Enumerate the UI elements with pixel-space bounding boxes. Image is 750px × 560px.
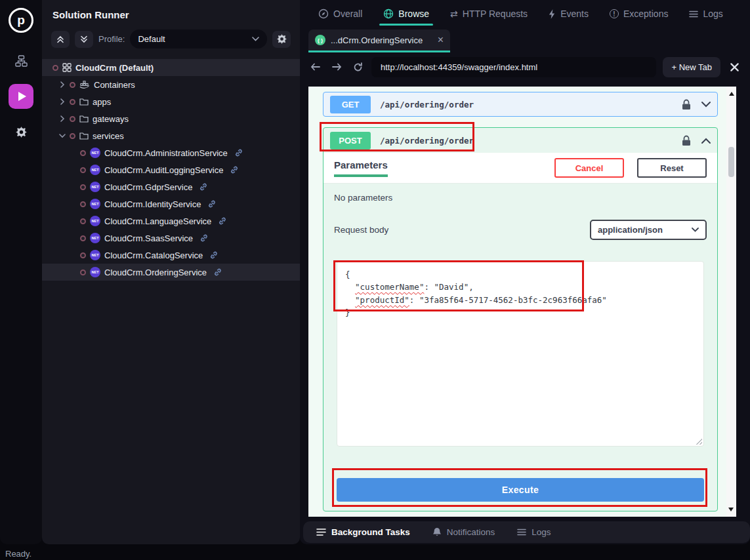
tree-item-service[interactable]: NET CloudCrm.GdprService <box>42 178 300 195</box>
tree-item-service[interactable]: NET CloudCrm.LanguageService <box>42 212 300 230</box>
tab-browse[interactable]: Browse <box>383 9 429 19</box>
profile-select[interactable]: Default <box>130 30 267 49</box>
tree-item-service[interactable]: NET CloudCrm.AdministrationService <box>42 144 300 161</box>
settings-nav-button[interactable] <box>9 119 33 144</box>
app-rail: p <box>0 0 42 544</box>
profile-settings-button[interactable] <box>272 31 291 48</box>
globe-icon <box>383 9 394 19</box>
link-icon[interactable] <box>230 165 239 174</box>
scroll-up-icon[interactable] <box>729 89 734 96</box>
tree-item-service-selected[interactable]: NET CloudCrm.OrderingService <box>42 264 300 281</box>
sidebar-title: Solution Runner <box>42 0 300 20</box>
link-icon[interactable] <box>213 268 222 277</box>
link-icon[interactable] <box>209 250 219 260</box>
dotnet-icon: NET <box>90 148 100 158</box>
tab-logs[interactable]: Logs <box>689 9 722 19</box>
solution-tree-nav-button[interactable] <box>9 49 33 73</box>
post-path: /api/ordering/order <box>380 136 682 146</box>
tab-exceptions[interactable]: ! Exceptions <box>610 9 668 19</box>
chevron-down-icon[interactable] <box>701 102 711 108</box>
status-dot-icon <box>80 150 86 156</box>
cancel-button[interactable]: Cancel <box>554 158 624 178</box>
opblock-get-order[interactable]: GET /api/ordering/order <box>323 92 718 117</box>
browser-tab-orderingservice[interactable]: { } ...dCrm.OrderingService × <box>308 30 450 52</box>
new-tab-button[interactable]: + New Tab <box>663 57 720 77</box>
back-button[interactable] <box>308 62 323 71</box>
status-dot-icon <box>80 270 86 275</box>
main-panel: Overall Browse ⇄ HTTP Requests Events ! … <box>300 0 750 544</box>
tree-item-apps[interactable]: apps <box>42 93 300 110</box>
get-path: /api/ordering/order <box>380 100 682 110</box>
url-input[interactable]: http://localhost:44359/swagger/index.htm… <box>371 57 656 77</box>
collapse-all-button[interactable] <box>51 31 70 48</box>
opblock-post-header[interactable]: POST /api/ordering/order <box>323 128 717 153</box>
dotnet-icon: NET <box>90 216 100 226</box>
lines-icon <box>517 529 526 536</box>
link-icon[interactable] <box>234 148 243 157</box>
chevron-right-icon <box>59 98 66 105</box>
profile-row: Profile: Default <box>42 30 300 49</box>
folder-icon <box>79 132 89 140</box>
status-dot-icon <box>70 133 75 139</box>
lock-icon[interactable] <box>682 135 691 146</box>
tree-item-gateways[interactable]: gateways <box>42 110 300 127</box>
chevron-down-icon <box>59 132 66 139</box>
background-tasks-button[interactable]: Background Tasks <box>316 527 410 537</box>
compass-icon <box>318 9 329 19</box>
app-grid-icon <box>62 63 72 72</box>
tree-item-service[interactable]: NET CloudCrm.AuditLoggingService <box>42 161 300 178</box>
bottom-bar: Background Tasks Notifications Logs <box>303 521 750 543</box>
execute-row: Execute <box>323 447 717 503</box>
parameters-title: Parameters <box>334 159 388 177</box>
execute-button[interactable]: Execute <box>337 478 704 502</box>
dotnet-icon: NET <box>90 233 100 243</box>
refresh-button[interactable] <box>350 62 365 72</box>
link-icon[interactable] <box>199 182 208 191</box>
scrollbar-thumb[interactable] <box>728 147 734 177</box>
tree-item-cloudcrm-root[interactable]: CloudCrm (Default) <box>42 59 300 76</box>
status-dot-icon <box>80 201 86 207</box>
runner-nav-button[interactable] <box>9 84 33 109</box>
sidebar: Solution Runner Profile: Default <box>42 0 300 544</box>
status-dot-icon <box>80 184 86 190</box>
chevrons-up-icon <box>56 35 64 43</box>
link-icon[interactable] <box>199 233 209 243</box>
scrollbar[interactable] <box>726 87 736 517</box>
status-dot-icon <box>80 235 86 241</box>
get-method-badge: GET <box>330 96 371 113</box>
folder-icon <box>79 115 89 123</box>
tree-item-service[interactable]: NET CloudCrm.CatalogService <box>42 247 300 264</box>
tree-item-containers[interactable]: Containers <box>42 76 300 93</box>
tree-item-service[interactable]: NET CloudCrm.SaasService <box>42 230 300 247</box>
swagger-page: GET /api/ordering/order POST /api/orderi… <box>308 87 726 517</box>
forward-button[interactable] <box>329 62 344 71</box>
browser-tab-title: ...dCrm.OrderingService <box>331 35 432 45</box>
close-tab-icon[interactable]: × <box>438 35 444 45</box>
content-type-select[interactable]: application/json <box>590 220 707 240</box>
request-body-row: Request body application/json <box>323 213 717 247</box>
logs-button[interactable]: Logs <box>517 527 551 537</box>
tree-item-service[interactable]: NET CloudCrm.IdentityService <box>42 195 300 212</box>
lock-icon[interactable] <box>682 99 691 110</box>
folder-icon <box>79 98 89 106</box>
tree-item-services[interactable]: services <box>42 127 300 144</box>
play-icon <box>18 92 26 101</box>
tab-overall[interactable]: Overall <box>318 9 362 19</box>
gear-icon <box>16 127 27 138</box>
status-dot-icon <box>80 218 86 224</box>
request-body-editor[interactable]: { "customerName": "David", "productId": … <box>337 261 704 447</box>
expand-all-button[interactable] <box>75 31 93 48</box>
dotnet-icon: NET <box>90 182 100 192</box>
scroll-down-icon[interactable] <box>728 508 734 514</box>
tab-events[interactable]: Events <box>549 9 589 19</box>
dotnet-icon: NET <box>90 267 100 277</box>
link-icon[interactable] <box>218 216 227 226</box>
tab-http-requests[interactable]: ⇄ HTTP Requests <box>450 9 528 19</box>
chevron-down-icon <box>252 37 259 41</box>
arrows-swap-icon: ⇄ <box>450 9 458 19</box>
chevron-up-icon[interactable] <box>701 138 711 144</box>
link-icon[interactable] <box>207 199 217 209</box>
devtools-icon[interactable] <box>727 62 741 72</box>
reset-button[interactable]: Reset <box>637 158 707 178</box>
notifications-button[interactable]: Notifications <box>432 527 495 537</box>
